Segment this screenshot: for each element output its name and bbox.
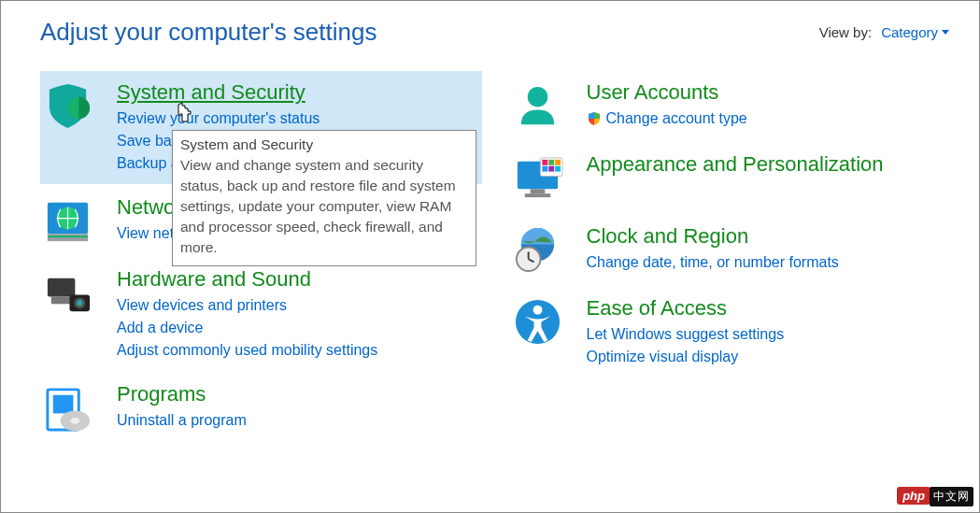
tooltip: System and Security View and change syst…: [172, 130, 476, 266]
view-by-value: Category: [881, 24, 938, 40]
category-heading-ease[interactable]: Ease of Access: [587, 296, 727, 321]
sublink[interactable]: Change date, time, or number formats: [587, 251, 950, 274]
category-heading-hw[interactable]: Hardware and Sound: [117, 267, 311, 292]
sys-icon: [42, 80, 93, 132]
sublink[interactable]: Let Windows suggest settings: [587, 323, 950, 346]
sublink[interactable]: Optimize visual display: [587, 346, 950, 368]
category-heading-clock[interactable]: Clock and Region: [587, 224, 749, 249]
ease-icon: [512, 296, 563, 348]
sublink[interactable]: View devices and printers: [117, 294, 480, 317]
view-by-label: View by:: [819, 24, 872, 40]
sublink[interactable]: Uninstall a program: [117, 409, 480, 432]
view-by-control: View by: Category: [819, 24, 949, 40]
page-title: Adjust your computer's settings: [40, 18, 376, 47]
category-hw: Hardware and SoundView devices and print…: [40, 258, 482, 371]
tooltip-title: System and Security: [180, 135, 468, 155]
tooltip-body: View and change system and security stat…: [180, 155, 468, 258]
clock-icon: [512, 224, 563, 276]
sublink[interactable]: Adjust commonly used mobility settings: [117, 339, 480, 362]
sublink[interactable]: Add a device: [117, 317, 480, 339]
users-icon: [512, 80, 563, 132]
sublink[interactable]: Review your computer's status: [117, 107, 480, 130]
category-heading-users[interactable]: User Accounts: [587, 80, 719, 105]
uac-shield-icon: [587, 111, 602, 126]
category-heading-sys[interactable]: System and Security: [117, 80, 305, 105]
hw-icon: [42, 267, 93, 319]
appear-icon: [512, 152, 563, 204]
header: Adjust your computer's settings View by:…: [1, 1, 979, 54]
category-heading-appear[interactable]: Appearance and Personalization: [587, 152, 884, 177]
category-appear: Appearance and Personalization: [510, 143, 952, 213]
category-heading-prog[interactable]: Programs: [117, 382, 206, 406]
view-by-dropdown[interactable]: Category: [881, 24, 949, 40]
sublink[interactable]: Change account type: [587, 107, 950, 130]
category-ease: Ease of AccessLet Windows suggest settin…: [510, 287, 952, 378]
category-users: User AccountsChange account type: [510, 71, 952, 141]
categories-grid: System and SecurityReview your computer'…: [1, 54, 979, 445]
prog-icon: [42, 382, 93, 434]
category-prog: ProgramsUninstall a program: [40, 373, 482, 443]
net-icon: [42, 195, 93, 247]
chevron-down-icon: [942, 30, 949, 35]
watermark: php中文网: [897, 487, 973, 506]
category-clock: Clock and RegionChange date, time, or nu…: [510, 215, 952, 285]
